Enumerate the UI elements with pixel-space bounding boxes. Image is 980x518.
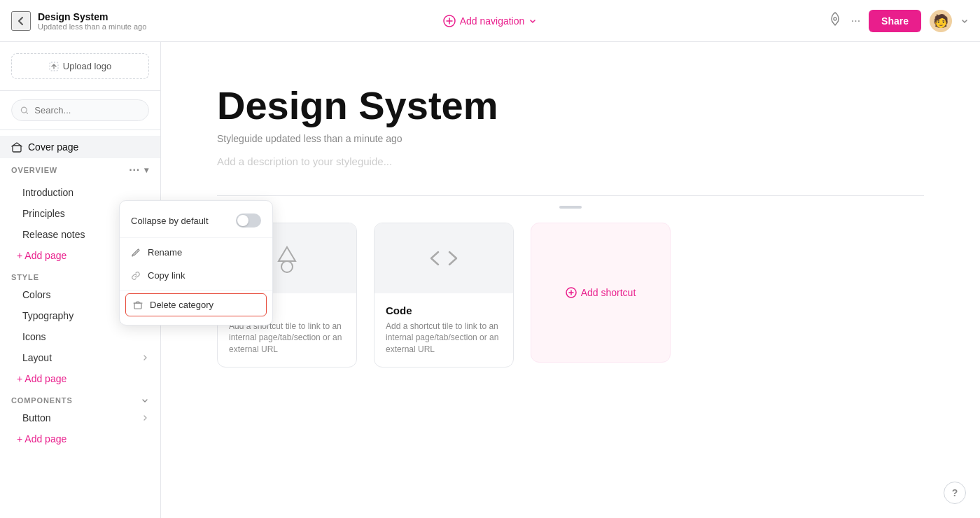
components-section-header: COMPONENTS xyxy=(0,389,160,407)
add-shortcut-plus-icon xyxy=(566,287,577,298)
sidebar-item-button[interactable]: Button xyxy=(0,407,160,428)
svg-point-3 xyxy=(21,107,27,113)
sidebar-item-layout[interactable]: Layout xyxy=(0,347,160,368)
page-subtitle: Styleguide updated less than a minute ag… xyxy=(217,133,924,144)
collapse-toggle-row: Collapse by default xyxy=(120,206,161,234)
rename-icon xyxy=(131,248,141,258)
delete-category-menu-item[interactable]: Delete category xyxy=(125,293,161,316)
divider-handle[interactable] xyxy=(217,206,924,209)
layout-arrow-icon xyxy=(141,354,149,362)
search-input[interactable] xyxy=(34,105,140,115)
topbar-left: Design System Updated less than a minute… xyxy=(11,11,330,31)
menu-divider-1 xyxy=(120,237,161,238)
overview-chevron-icon[interactable]: ▾ xyxy=(144,165,149,175)
svg-point-1 xyxy=(834,18,836,20)
upload-logo-button[interactable]: Upload logo xyxy=(11,53,149,79)
menu-divider-2 xyxy=(120,290,161,290)
sidebar-item-icons[interactable]: Icons xyxy=(0,326,160,347)
code-card[interactable]: Code Add a shortcut tile to link to an i… xyxy=(374,223,514,368)
page-title: Design System xyxy=(217,84,924,127)
topbar-center: Add navigation xyxy=(330,15,650,27)
add-shortcut-label: Add shortcut xyxy=(566,287,636,298)
sidebar-add-page-style[interactable]: + Add page xyxy=(0,368,160,389)
section-divider xyxy=(217,195,924,196)
svg-rect-5 xyxy=(134,303,141,309)
design-card-desc: Add a shortcut tile to link to an intern… xyxy=(229,321,345,356)
shapes-icon xyxy=(270,241,304,275)
sidebar-add-page-components[interactable]: + Add page xyxy=(0,428,160,449)
home-icon xyxy=(11,141,22,153)
code-card-title: Code xyxy=(386,304,502,316)
copy-link-menu-item[interactable]: Copy link xyxy=(120,264,161,287)
overview-header-actions: ··· ▾ xyxy=(129,164,149,176)
code-card-desc: Add a shortcut tile to link to an intern… xyxy=(386,321,502,356)
topbar-title: Design System Updated less than a minute… xyxy=(38,11,146,31)
sidebar-item-cover-page[interactable]: Cover page xyxy=(0,136,160,158)
copy-link-icon xyxy=(131,271,141,281)
divider-handle-bar xyxy=(559,206,582,209)
avatar-chevron-icon[interactable] xyxy=(960,17,969,25)
add-shortcut-card[interactable]: Add shortcut xyxy=(531,223,671,363)
help-button[interactable]: ? xyxy=(944,482,966,504)
delete-icon xyxy=(133,300,143,310)
content-area: Design System Styleguide updated less th… xyxy=(161,42,980,518)
overview-section-header: OVERVIEW ··· ▾ xyxy=(0,158,160,182)
rename-menu-item[interactable]: Rename xyxy=(120,241,161,264)
context-menu: Collapse by default Rename Copy link Del… xyxy=(119,200,161,326)
svg-rect-4 xyxy=(13,146,21,152)
topbar-title-sub: Updated less than a minute ago xyxy=(38,22,146,31)
cards-row: Design Add a shortcut tile to link to an… xyxy=(217,223,924,368)
topbar-right: ··· Share 🧑 xyxy=(650,10,969,32)
svg-marker-6 xyxy=(279,247,295,261)
sidebar: Upload logo Cover page OVERVIEW ··· ▾ xyxy=(0,42,161,518)
components-chevron-icon[interactable] xyxy=(141,396,149,405)
rocket-icon[interactable] xyxy=(827,11,843,30)
logo-area: Upload logo xyxy=(0,42,160,91)
button-arrow-icon xyxy=(141,414,149,422)
code-card-icon-area xyxy=(374,223,513,293)
back-button[interactable] xyxy=(11,11,31,31)
main-layout: Upload logo Cover page OVERVIEW ··· ▾ xyxy=(0,42,980,518)
search-box xyxy=(11,99,149,121)
more-options-icon[interactable]: ··· xyxy=(851,15,860,27)
add-navigation-button[interactable]: Add navigation xyxy=(443,15,538,27)
code-icon xyxy=(427,248,461,269)
avatar[interactable]: 🧑 xyxy=(930,10,952,32)
code-card-body: Code Add a shortcut tile to link to an i… xyxy=(374,293,513,367)
page-description-placeholder[interactable]: Add a description to your styleguide... xyxy=(217,155,924,167)
search-icon xyxy=(20,106,29,115)
overview-more-icon[interactable]: ··· xyxy=(129,164,140,176)
topbar-title-main: Design System xyxy=(38,11,146,22)
share-button[interactable]: Share xyxy=(869,10,921,32)
topbar: Design System Updated less than a minute… xyxy=(0,0,980,42)
svg-point-7 xyxy=(281,261,293,272)
search-area xyxy=(0,91,160,130)
